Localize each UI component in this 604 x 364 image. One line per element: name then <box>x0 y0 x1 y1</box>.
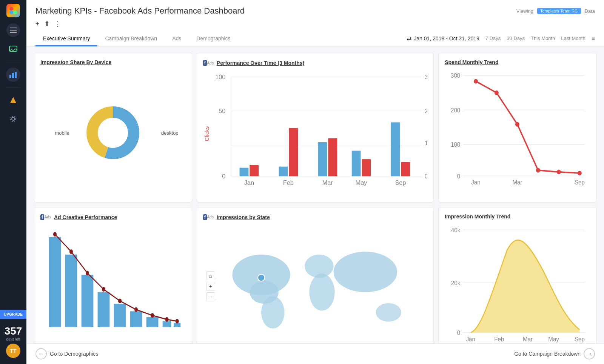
svg-text:Mar: Mar <box>513 179 523 186</box>
export-button[interactable]: ⬆ <box>44 20 50 28</box>
svg-point-2 <box>9 11 13 14</box>
impressions-state-title: Impressions by State <box>217 214 270 220</box>
svg-text:May: May <box>549 335 559 342</box>
tab-executive-summary[interactable]: Executive Summary <box>35 32 97 46</box>
sidebar-icon-message[interactable] <box>6 42 20 57</box>
svg-text:50: 50 <box>219 108 225 114</box>
svg-rect-33 <box>279 167 288 177</box>
svg-point-77 <box>134 307 138 312</box>
map-home-button[interactable]: ⌂ <box>206 271 215 280</box>
sidebar-divider <box>6 62 21 62</box>
svg-point-1 <box>13 7 17 11</box>
svg-text:1: 1 <box>425 139 427 146</box>
svg-rect-9 <box>12 73 14 78</box>
svg-rect-67 <box>114 304 126 327</box>
svg-rect-70 <box>163 321 171 327</box>
fb-icon-2: f Ads <box>40 213 51 221</box>
date-opt-7days[interactable]: 7 Days <box>485 35 501 41</box>
svg-text:20k: 20k <box>451 279 461 286</box>
svg-rect-65 <box>82 275 94 327</box>
card-ad-creative: f Ads Ad Creative Performance <box>34 207 192 343</box>
go-campaign-button[interactable]: Go to Campaign Breakdown → <box>514 348 595 359</box>
donut-label-mobile: mobile <box>55 130 69 136</box>
svg-text:Sep: Sep <box>575 335 585 342</box>
svg-point-54 <box>474 79 478 83</box>
date-filter: ⇄ Jan 01, 2018 - Oct 31, 2019 7 Days 30 … <box>407 35 595 43</box>
svg-point-79 <box>165 317 169 322</box>
svg-rect-69 <box>146 317 159 327</box>
card-impression-share: Impression Share By Device mobile deskto… <box>34 53 192 203</box>
svg-point-78 <box>151 313 154 318</box>
impression-share-title: Impression Share By Device <box>40 59 186 65</box>
svg-rect-71 <box>174 323 180 327</box>
tab-ads[interactable]: Ads <box>165 32 189 46</box>
svg-text:0: 0 <box>425 173 427 180</box>
svg-rect-39 <box>391 122 400 176</box>
tab-demographics[interactable]: Demographics <box>189 32 238 46</box>
main-content: Marketing KPIs - Facebook Ads Performanc… <box>26 0 604 364</box>
svg-text:Sep: Sep <box>575 179 585 186</box>
map-zoom-out-button[interactable]: − <box>206 292 215 301</box>
add-button[interactable]: + <box>35 20 40 28</box>
svg-rect-4 <box>10 28 17 28</box>
svg-rect-31 <box>239 168 248 177</box>
date-filter-options: 7 Days 30 Days This Month Last Month <box>485 35 586 41</box>
svg-point-87 <box>376 303 401 322</box>
svg-rect-8 <box>9 75 11 78</box>
svg-rect-66 <box>98 292 110 327</box>
svg-rect-32 <box>250 165 259 176</box>
page-title: Marketing KPIs - Facebook Ads Performanc… <box>35 6 509 16</box>
menu-button[interactable] <box>6 23 20 37</box>
svg-marker-11 <box>10 97 16 103</box>
svg-point-85 <box>309 273 334 310</box>
svg-text:0: 0 <box>222 173 225 180</box>
svg-text:May: May <box>355 179 367 186</box>
svg-rect-37 <box>352 151 361 177</box>
date-opt-30days[interactable]: 30 Days <box>507 35 525 41</box>
date-opt-lastmonth[interactable]: Last Month <box>561 35 585 41</box>
donut-label-desktop: desktop <box>161 130 179 136</box>
svg-point-74 <box>86 271 89 275</box>
svg-text:0: 0 <box>457 173 461 180</box>
date-opt-thismonth[interactable]: This Month <box>531 35 555 41</box>
filter-icon[interactable]: ≡ <box>592 35 595 42</box>
svg-text:Jan: Jan <box>244 179 254 186</box>
date-range-display[interactable]: ⇄ Jan 01, 2018 - Oct 31, 2019 <box>407 35 479 42</box>
sidebar: UPGRADE 357 days left TT <box>0 0 26 364</box>
sidebar-divider-2 <box>6 87 21 88</box>
content-area: Impression Share By Device mobile deskto… <box>26 47 604 343</box>
header-actions: + ⬆ ⋮ <box>35 20 595 28</box>
tab-campaign-breakdown[interactable]: Campaign Breakdown <box>97 32 165 46</box>
more-button[interactable]: ⋮ <box>54 20 61 28</box>
svg-point-83 <box>261 296 284 329</box>
svg-point-58 <box>557 170 561 174</box>
svg-point-55 <box>495 91 499 95</box>
svg-text:Mar: Mar <box>523 335 533 342</box>
svg-rect-6 <box>10 32 17 33</box>
svg-point-80 <box>176 319 179 323</box>
svg-text:Sep: Sep <box>395 179 406 186</box>
svg-point-88 <box>258 274 265 281</box>
svg-point-76 <box>118 298 122 303</box>
sidebar-icon-chart[interactable] <box>6 68 20 82</box>
donut-chart: mobile desktop <box>40 70 186 196</box>
data-link[interactable]: Data <box>585 8 595 14</box>
svg-text:Feb: Feb <box>494 335 504 342</box>
days-left-display: 357 days left <box>0 325 26 341</box>
svg-point-16 <box>98 118 128 148</box>
sidebar-icon-shape[interactable] <box>6 93 20 107</box>
viewing-badge: Templates Team RG <box>537 8 581 14</box>
svg-rect-5 <box>10 30 17 31</box>
svg-point-72 <box>53 232 57 237</box>
ad-creative-title: Ad Creative Performance <box>54 214 117 220</box>
user-avatar[interactable]: TT <box>6 344 20 358</box>
sidebar-icon-gear[interactable] <box>6 112 20 126</box>
spend-monthly-title: Spend Monthly Trend <box>445 59 590 65</box>
map-zoom-in-button[interactable]: + <box>206 282 215 291</box>
viewing-label: Viewing <box>516 8 533 14</box>
upgrade-button[interactable]: UPGRADE <box>0 310 26 319</box>
go-demographics-button[interactable]: ← Go to Demographics <box>35 348 98 359</box>
svg-text:100: 100 <box>215 74 225 80</box>
card-impressions-by-state: f Ads Impressions by State ⌂ + − <box>197 207 434 343</box>
card-spend-monthly: Spend Monthly Trend 300 200 100 0 <box>438 53 596 203</box>
